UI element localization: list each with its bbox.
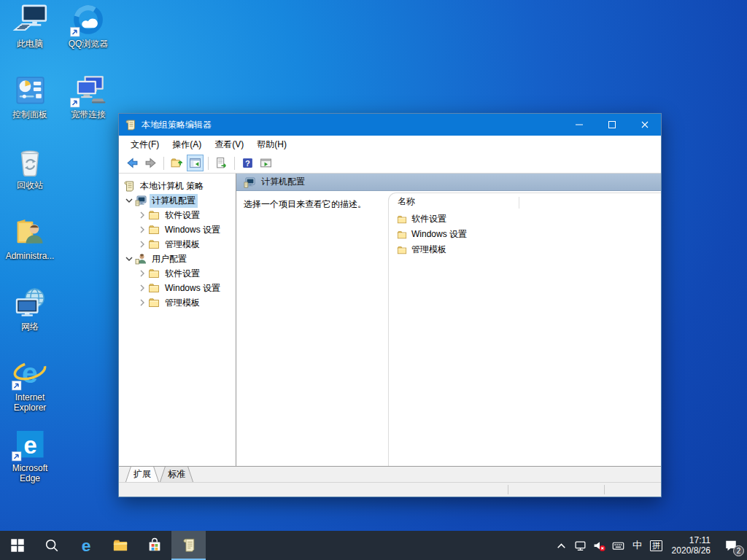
tree-expander-collapsed[interactable] — [136, 297, 148, 308]
back-arrow-icon — [126, 157, 139, 169]
win-min-icon — [573, 119, 585, 131]
tray-touch-keyboard[interactable] — [609, 531, 628, 560]
volume-muted-icon — [593, 540, 605, 552]
tree-item-软件设置[interactable]: 软件设置 — [119, 266, 236, 281]
tree-item-软件设置[interactable]: 软件设置 — [119, 208, 236, 222]
tree-item-用户配置[interactable]: 用户配置 — [119, 252, 236, 266]
tray-network-tray[interactable] — [571, 531, 590, 560]
tab-label: 标准 — [160, 467, 193, 482]
window-titlebar[interactable]: 本地组策略编辑器 — [119, 114, 661, 136]
tree-item-Windows 设置[interactable]: Windows 设置 — [119, 222, 236, 237]
tab-扩展[interactable]: 扩展 — [125, 467, 159, 482]
svg-text:e: e — [23, 432, 36, 459]
store-icon — [147, 537, 163, 553]
column-header-name[interactable]: 名称 — [389, 193, 661, 211]
scroll-icon — [123, 180, 135, 192]
tree-item-label: 管理模板 — [163, 238, 202, 252]
tray-volume-muted[interactable] — [590, 531, 609, 560]
desktop-icon-control-panel[interactable]: 控制面板 — [1, 75, 58, 146]
computer-config-icon — [244, 176, 255, 188]
tree-item-本地计算机 策略[interactable]: 本地计算机 策略 — [119, 179, 236, 193]
tree-expander-expanded[interactable] — [123, 195, 135, 206]
list-item-Windows 设置[interactable]: Windows 设置 — [389, 227, 661, 242]
desktop-icon-network[interactable]: 网络 — [1, 287, 58, 358]
tree-item-管理模板[interactable]: 管理模板 — [119, 237, 236, 252]
win-close-icon — [639, 119, 651, 131]
maximize-button[interactable] — [595, 114, 628, 136]
tray-tray-expand[interactable] — [552, 531, 571, 560]
win-max-icon — [606, 119, 618, 131]
menu-item-0[interactable]: 文件(F) — [124, 137, 166, 152]
toolbar-forward-button[interactable] — [142, 155, 159, 171]
taskbar-gpedit-button[interactable] — [171, 531, 206, 560]
toolbar-show-console-tree-button[interactable] — [187, 155, 204, 171]
status-divider — [604, 485, 605, 494]
tree-expander-collapsed[interactable] — [136, 268, 148, 279]
tree-item-Windows 设置[interactable]: Windows 设置 — [119, 281, 236, 295]
desktop-icon-label: 网络 — [21, 322, 39, 332]
toolbar-back-button[interactable] — [124, 155, 141, 171]
user-config-icon — [135, 253, 147, 265]
tray-ime-pinyin-label: 拼 — [650, 540, 662, 551]
list-item-管理模板[interactable]: 管理模板 — [389, 242, 661, 257]
action-center-button[interactable]: 2 — [716, 531, 746, 560]
tree-expander-collapsed[interactable] — [136, 224, 148, 236]
tree-expander-expanded[interactable] — [123, 253, 135, 265]
desktop-icon-this-pc[interactable]: 此电脑 — [1, 4, 58, 75]
folder-icon — [148, 297, 160, 308]
desktop-icon-broadband[interactable]: 宽带连接 — [60, 75, 117, 146]
system-tray: 中拼 17:11 2020/8/26 2 — [552, 531, 747, 560]
tray-ime-pinyin[interactable]: 拼 — [647, 531, 666, 560]
tree-item-计算机配置[interactable]: 计算机配置 — [119, 193, 236, 208]
svg-text:?: ? — [245, 159, 250, 168]
toolbar-up-one-level-button[interactable] — [169, 155, 185, 171]
desktop-icon-area: 此电脑控制面板回收站Administra...网络eInternet Explo… — [1, 4, 118, 515]
tree-expander-collapsed[interactable] — [136, 282, 148, 294]
qq-browser-icon — [71, 4, 106, 36]
list-item-label: 软件设置 — [411, 213, 446, 225]
gpedit-window: 本地组策略编辑器 文件(F)操作(A)查看(V)帮助(H) ? 本地计算机 策略… — [118, 113, 662, 497]
taskbar-store-button[interactable] — [137, 531, 171, 560]
taskbar-file-explorer-button[interactable] — [103, 531, 137, 560]
column-divider[interactable] — [519, 197, 519, 209]
menu-item-1[interactable]: 操作(A) — [166, 137, 208, 152]
start-icon — [9, 537, 26, 553]
taskbar-start-button[interactable] — [0, 531, 34, 560]
taskbar-search-button[interactable] — [34, 531, 69, 560]
list-item-label: 管理模板 — [411, 244, 446, 256]
toolbar: ? — [119, 153, 661, 174]
this-pc-icon — [12, 4, 47, 36]
tab-标准[interactable]: 标准 — [160, 467, 193, 482]
svg-text:e: e — [81, 537, 90, 553]
taskbar-clock[interactable]: 17:11 2020/8/26 — [666, 535, 716, 556]
taskbar-edge-button[interactable]: e — [69, 531, 103, 560]
close-button[interactable] — [628, 114, 661, 136]
tree-expander-collapsed[interactable] — [136, 209, 148, 221]
desktop-icon-recycle-bin[interactable]: 回收站 — [1, 146, 58, 217]
desktop-icon-label: 回收站 — [17, 180, 43, 190]
tree-expander-collapsed[interactable] — [136, 238, 148, 250]
toolbar-new-window-button[interactable] — [258, 155, 274, 171]
edge-task-icon: e — [78, 537, 94, 553]
desktop-icon-administrator-folder[interactable]: Administra... — [1, 217, 58, 287]
help-icon: ? — [241, 157, 254, 169]
toolbar-export-list-button[interactable] — [213, 155, 230, 171]
desktop-icon-microsoft-edge[interactable]: eMicrosoft Edge — [1, 429, 58, 499]
desktop-icon-qq-browser[interactable]: QQ浏览器 — [60, 4, 117, 75]
toolbar-help-button[interactable]: ? — [239, 155, 256, 171]
tray-ime-language[interactable]: 中 — [628, 531, 647, 560]
results-pane: 计算机配置 选择一个项目来查看它的描述。 名称 软件设置Windows 设置管理… — [236, 174, 661, 466]
menu-item-3[interactable]: 帮助(H) — [250, 137, 293, 152]
tray-ime-language-label: 中 — [632, 539, 642, 552]
minimize-button[interactable] — [562, 114, 595, 136]
export-list-icon — [215, 157, 228, 169]
tree-item-label: 软件设置 — [163, 209, 202, 222]
desktop-icon-internet-explorer[interactable]: eInternet Explorer — [1, 358, 58, 429]
tree-item-管理模板[interactable]: 管理模板 — [119, 295, 236, 310]
menu-item-2[interactable]: 查看(V) — [208, 137, 250, 152]
list-item-软件设置[interactable]: 软件设置 — [389, 211, 661, 227]
tab-label: 扩展 — [125, 467, 159, 482]
results-pane-title: 计算机配置 — [261, 176, 305, 188]
tree-item-label: Windows 设置 — [163, 281, 222, 295]
description-pane: 选择一个项目来查看它的描述。 — [236, 191, 388, 466]
